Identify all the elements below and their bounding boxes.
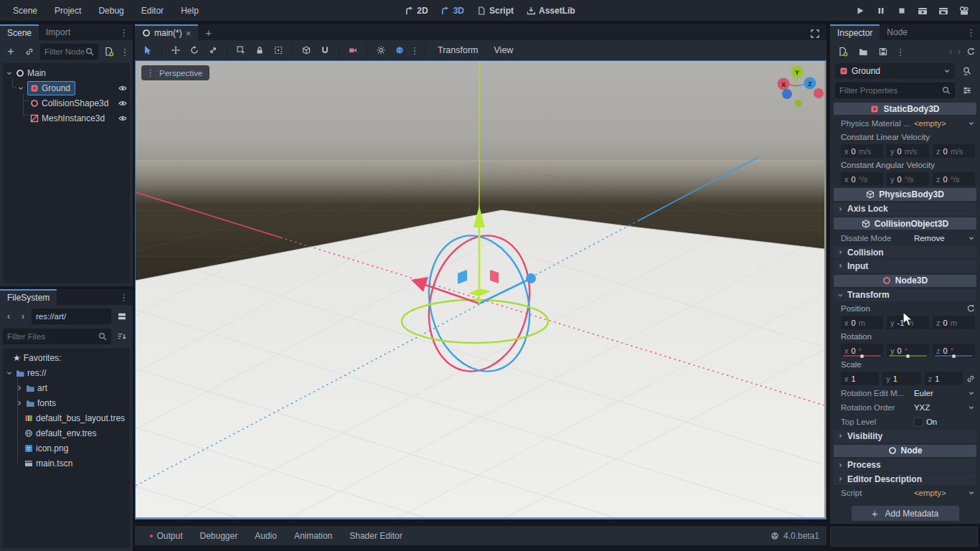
script-dropdown[interactable]: <empty> [914,489,975,497]
file-sort-button[interactable] [114,329,130,344]
fs-item-fonts[interactable]: fonts [3,395,130,410]
section-visibility[interactable]: Visibility [834,430,976,442]
close-tab-icon[interactable]: × [186,28,192,39]
cav-z-field[interactable]: z0°/s [933,172,975,186]
current-path-input[interactable] [36,312,107,321]
tree-item-collisionshape3d[interactable]: CollisionShape3d [3,95,130,110]
tab-main-scene[interactable]: main(*) × [135,24,198,40]
clv-z-field[interactable]: z0m/s [933,144,975,158]
fs-item-res[interactable]: res:// [3,365,130,380]
add-node-button[interactable]: + [3,44,19,60]
gizmo-z-ball-handle[interactable] [526,273,536,283]
rotation-y-field[interactable]: y0° [887,344,929,357]
filter-files-input[interactable] [7,332,98,341]
tab-import[interactable]: Import [39,24,77,40]
menu-editor[interactable]: Editor [134,4,171,18]
collapse-icon[interactable] [17,85,24,92]
visibility-eye-icon[interactable] [118,114,127,123]
rotate-mode-button[interactable] [186,42,203,58]
filter-nodes-input[interactable] [44,47,85,56]
attach-script-button[interactable] [101,44,117,60]
tab-inspector[interactable]: Inspector [830,24,880,40]
axis-negative-ball-blue[interactable] [782,89,792,99]
history-forward-button[interactable]: › [17,309,29,324]
lock-node-button[interactable] [251,42,268,58]
projection-selector[interactable]: ⋮ Perspective [141,65,209,80]
tree-item-meshinstance3d[interactable]: MeshInstance3d [3,110,130,126]
menu-debug[interactable]: Debug [91,4,131,18]
section-process[interactable]: Process [834,459,976,471]
camera-override-button[interactable] [344,42,362,58]
fs-item-default-bus-layout[interactable]: default_bus_layout.tres [3,410,130,425]
history-forward-icon[interactable]: › [958,47,961,57]
filter-properties-input[interactable] [839,86,942,95]
checkbox-unchecked[interactable] [914,418,923,427]
physics-material-dropdown[interactable]: <empty> [914,119,975,128]
favorites-row[interactable]: ★ Favorites: [3,350,130,365]
visibility-eye-icon[interactable] [118,99,127,108]
workspace-script-button[interactable]: Script [477,6,514,16]
collapse-icon[interactable] [16,385,23,392]
cav-x-field[interactable]: x0°/s [841,172,883,186]
collapse-icon[interactable] [16,400,23,407]
pause-button[interactable] [875,5,887,17]
tree-item-main[interactable]: Main [3,65,130,80]
history-back-icon[interactable]: ‹ [949,47,952,57]
preview-sun-button[interactable] [372,42,390,58]
rotation-order-dropdown[interactable]: YXZ [914,403,975,412]
workspace-3d-button[interactable]: 3D [441,6,464,16]
tab-filesystem[interactable]: FileSystem [0,289,57,305]
axis-negative-ball-green[interactable] [795,100,802,107]
transform-menu[interactable]: Transform [430,45,486,55]
filesystem-menu-icon[interactable]: ⋮ [119,292,133,305]
clv-y-field[interactable]: y0m/s [887,144,929,158]
menu-help[interactable]: Help [174,4,206,18]
view-menu[interactable]: View [487,45,521,55]
toggle-split-mode-button[interactable] [114,309,130,324]
section-transform[interactable]: Transform [834,289,976,301]
list-select-button[interactable] [232,42,250,58]
debugger-button[interactable]: Debugger [192,528,245,544]
play-custom-scene-button[interactable] [938,5,949,17]
viewport-3d[interactable]: Y X Z ⋮ Perspective [135,60,826,519]
section-editor-description[interactable]: Editor Description [834,473,976,485]
fs-item-icon-png[interactable]: icon.png [3,441,130,456]
tree-item-ground[interactable]: Ground [3,80,130,95]
play-scene-button[interactable] [917,5,928,17]
shader-editor-button[interactable]: Shader Editor [342,528,409,544]
scale-x-field[interactable]: x1 [841,372,879,385]
move-mode-button[interactable] [167,42,184,58]
load-resource-button[interactable] [855,44,871,60]
disable-mode-dropdown[interactable]: Remove [914,234,975,242]
fs-item-main-tscn[interactable]: main.tscn [3,456,130,471]
distraction-free-button[interactable] [811,29,826,40]
revert-position-button[interactable] [966,304,975,313]
preview-environment-button[interactable] [391,42,408,58]
play-button[interactable] [854,5,866,17]
save-resource-button[interactable] [875,44,891,60]
workspace-2d-button[interactable]: 2D [405,6,428,16]
resource-menu-icon[interactable]: ⋮ [895,47,905,57]
section-input[interactable]: Input [834,260,976,272]
edited-node-selector[interactable]: Ground [835,63,955,79]
history-list-icon[interactable] [966,47,975,56]
scale-link-icon[interactable] [966,375,975,383]
axis-negative-ball-red[interactable] [814,88,824,98]
new-scene-tab-button[interactable]: + [198,24,219,40]
inspector-menu-icon[interactable]: ⋮ [966,27,980,40]
menu-project[interactable]: Project [47,4,88,18]
property-filter-button[interactable] [959,83,975,98]
collapse-icon[interactable] [6,369,13,377]
new-resource-button[interactable] [835,44,851,60]
group-node-button[interactable] [270,42,287,58]
rotation-x-field[interactable]: x0° [841,344,883,357]
scale-y-field[interactable]: y1 [882,372,920,385]
scene-tree-menu-icon[interactable]: ⋮ [120,47,130,57]
tab-scene[interactable]: Scene [0,24,39,40]
local-space-button[interactable] [298,42,315,58]
add-metadata-button[interactable]: + Add Metadata [852,506,959,521]
rotation-z-field[interactable]: z0° [933,344,975,357]
viewport-menu-icon[interactable]: ⋮ [146,67,155,78]
movie-maker-button[interactable] [958,5,970,17]
output-button[interactable]: ● Output [142,528,189,544]
